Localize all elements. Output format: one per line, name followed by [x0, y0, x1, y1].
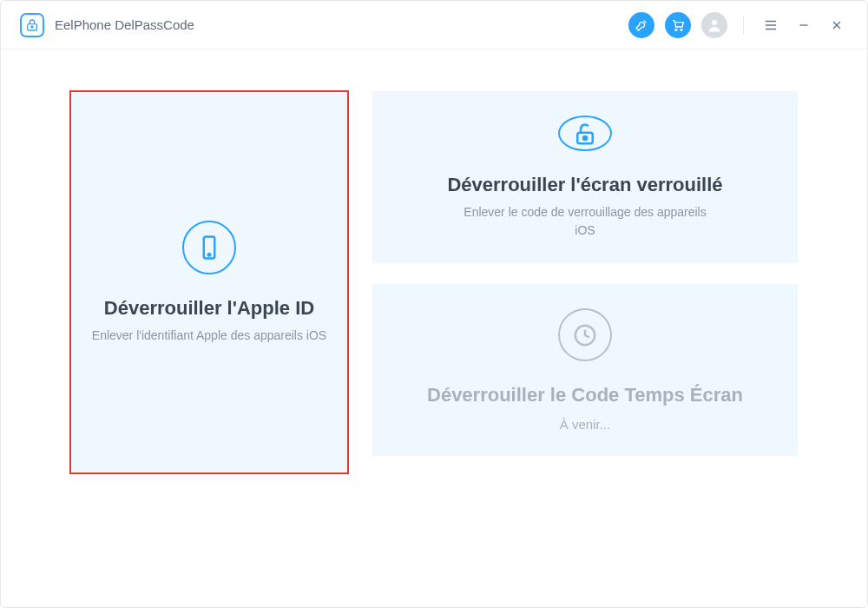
- close-button[interactable]: [825, 14, 848, 36]
- left-column: Déverrouiller l'Apple ID Enlever l'ident…: [70, 91, 348, 572]
- app-logo-icon: [20, 13, 44, 37]
- cart-button[interactable]: [665, 12, 691, 38]
- user-icon: [707, 17, 722, 33]
- card-unlock-screen-time[interactable]: Déverrouiller le Code Temps Écran À veni…: [372, 284, 798, 456]
- right-column: Déverrouiller l'écran verrouillé Enlever…: [372, 91, 798, 572]
- app-window: EelPhone DelPassCode: [0, 0, 868, 608]
- minimize-button[interactable]: [792, 14, 815, 36]
- phone-icon: [182, 221, 236, 274]
- card-desc: Enlever l'identifiant Apple des appareil…: [92, 327, 326, 344]
- svg-point-14: [583, 136, 587, 140]
- tools-button[interactable]: [628, 12, 654, 38]
- cart-icon: [671, 18, 685, 32]
- unlock-icon: [558, 116, 612, 151]
- svg-point-2: [675, 29, 677, 30]
- card-title: Déverrouiller le Code Temps Écran: [427, 384, 743, 406]
- card-desc: Enlever le code de verrouillage des appa…: [455, 203, 715, 239]
- hamburger-icon: [763, 17, 779, 33]
- app-title: EelPhone DelPassCode: [55, 17, 194, 32]
- svg-point-12: [208, 254, 211, 256]
- wrench-icon: [635, 18, 648, 32]
- account-button[interactable]: [701, 12, 727, 38]
- card-title: Déverrouiller l'Apple ID: [104, 297, 314, 320]
- card-coming-soon: À venir...: [560, 417, 610, 432]
- svg-point-3: [681, 29, 682, 30]
- menu-button[interactable]: [760, 14, 782, 36]
- title-right: [628, 12, 848, 38]
- card-unlock-apple-id[interactable]: Déverrouiller l'Apple ID Enlever l'ident…: [70, 91, 348, 473]
- titlebar: EelPhone DelPassCode: [1, 1, 867, 50]
- title-left: EelPhone DelPassCode: [20, 13, 194, 37]
- card-title: Déverrouiller l'écran verrouillé: [447, 174, 722, 196]
- svg-point-1: [31, 26, 33, 28]
- clock-icon: [558, 308, 612, 361]
- divider: [743, 16, 744, 35]
- main-content: Déverrouiller l'Apple ID Enlever l'ident…: [1, 50, 867, 607]
- card-unlock-lock-screen[interactable]: Déverrouiller l'écran verrouillé Enlever…: [372, 91, 798, 263]
- close-icon: [830, 18, 844, 32]
- minimize-icon: [797, 18, 811, 32]
- svg-point-4: [712, 20, 717, 25]
